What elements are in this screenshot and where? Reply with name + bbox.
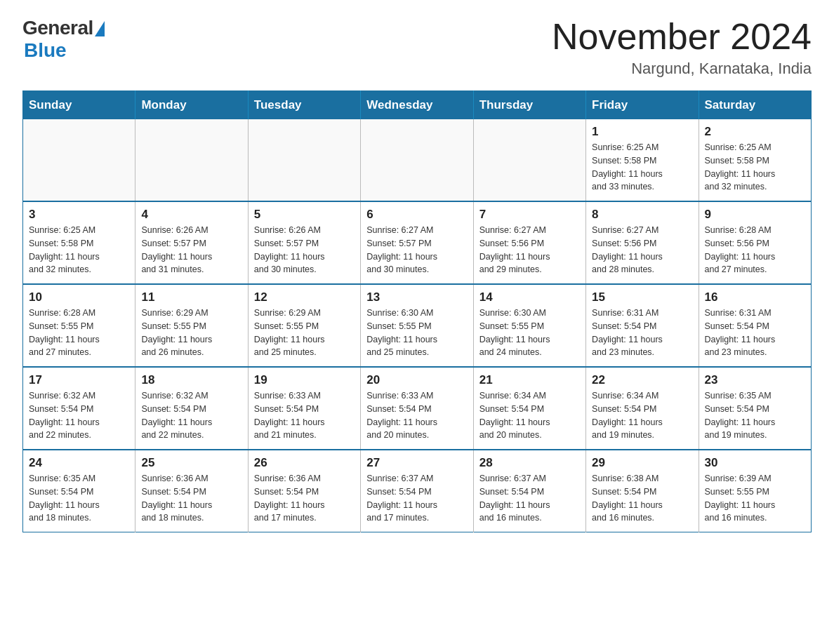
day-info: Sunrise: 6:36 AM Sunset: 5:54 PM Dayligh… bbox=[141, 472, 241, 525]
calendar-cell bbox=[23, 119, 135, 201]
logo: General Blue bbox=[22, 17, 105, 62]
day-info: Sunrise: 6:37 AM Sunset: 5:54 PM Dayligh… bbox=[366, 472, 467, 525]
day-info: Sunrise: 6:37 AM Sunset: 5:54 PM Dayligh… bbox=[479, 472, 580, 525]
day-info: Sunrise: 6:29 AM Sunset: 5:55 PM Dayligh… bbox=[141, 307, 241, 359]
day-info: Sunrise: 6:32 AM Sunset: 5:54 PM Dayligh… bbox=[29, 389, 129, 442]
calendar-cell: 28Sunrise: 6:37 AM Sunset: 5:54 PM Dayli… bbox=[473, 450, 585, 532]
header-saturday: Saturday bbox=[699, 91, 811, 120]
day-number: 16 bbox=[705, 290, 805, 304]
calendar-week-row: 3Sunrise: 6:25 AM Sunset: 5:58 PM Daylig… bbox=[23, 201, 812, 284]
header-thursday: Thursday bbox=[473, 91, 585, 120]
calendar-cell: 24Sunrise: 6:35 AM Sunset: 5:54 PM Dayli… bbox=[23, 450, 135, 532]
day-info: Sunrise: 6:34 AM Sunset: 5:54 PM Dayligh… bbox=[592, 389, 692, 442]
calendar-cell: 29Sunrise: 6:38 AM Sunset: 5:54 PM Dayli… bbox=[586, 450, 699, 532]
day-number: 2 bbox=[705, 125, 805, 139]
day-info: Sunrise: 6:31 AM Sunset: 5:54 PM Dayligh… bbox=[705, 307, 805, 359]
calendar-cell: 3Sunrise: 6:25 AM Sunset: 5:58 PM Daylig… bbox=[23, 201, 135, 284]
calendar-cell: 30Sunrise: 6:39 AM Sunset: 5:55 PM Dayli… bbox=[699, 450, 811, 532]
calendar-week-row: 10Sunrise: 6:28 AM Sunset: 5:55 PM Dayli… bbox=[23, 284, 812, 367]
calendar-title: November 2024 bbox=[552, 17, 812, 57]
day-number: 21 bbox=[479, 373, 580, 387]
calendar-cell: 14Sunrise: 6:30 AM Sunset: 5:55 PM Dayli… bbox=[473, 284, 585, 367]
calendar-cell bbox=[361, 119, 473, 201]
day-number: 5 bbox=[254, 208, 355, 222]
calendar-subtitle: Nargund, Karnataka, India bbox=[552, 60, 812, 78]
day-number: 1 bbox=[592, 125, 692, 139]
calendar-cell: 26Sunrise: 6:36 AM Sunset: 5:54 PM Dayli… bbox=[248, 450, 360, 532]
header-sunday: Sunday bbox=[23, 91, 135, 120]
day-number: 6 bbox=[366, 208, 467, 222]
calendar-week-row: 24Sunrise: 6:35 AM Sunset: 5:54 PM Dayli… bbox=[23, 450, 812, 532]
day-info: Sunrise: 6:33 AM Sunset: 5:54 PM Dayligh… bbox=[366, 389, 467, 442]
day-number: 10 bbox=[29, 290, 129, 304]
day-info: Sunrise: 6:30 AM Sunset: 5:55 PM Dayligh… bbox=[479, 307, 580, 359]
day-number: 4 bbox=[141, 208, 241, 222]
day-number: 24 bbox=[29, 456, 129, 470]
calendar-cell: 22Sunrise: 6:34 AM Sunset: 5:54 PM Dayli… bbox=[586, 367, 699, 450]
day-number: 29 bbox=[592, 456, 692, 470]
calendar-cell: 15Sunrise: 6:31 AM Sunset: 5:54 PM Dayli… bbox=[586, 284, 699, 367]
calendar-cell: 27Sunrise: 6:37 AM Sunset: 5:54 PM Dayli… bbox=[361, 450, 473, 532]
day-number: 7 bbox=[479, 208, 580, 222]
calendar-cell bbox=[248, 119, 360, 201]
calendar-cell: 2Sunrise: 6:25 AM Sunset: 5:58 PM Daylig… bbox=[699, 119, 811, 201]
calendar-cell: 11Sunrise: 6:29 AM Sunset: 5:55 PM Dayli… bbox=[135, 284, 248, 367]
day-number: 18 bbox=[141, 373, 241, 387]
calendar-cell: 4Sunrise: 6:26 AM Sunset: 5:57 PM Daylig… bbox=[135, 201, 248, 284]
calendar-cell: 12Sunrise: 6:29 AM Sunset: 5:55 PM Dayli… bbox=[248, 284, 360, 367]
day-number: 25 bbox=[141, 456, 241, 470]
calendar-cell: 20Sunrise: 6:33 AM Sunset: 5:54 PM Dayli… bbox=[361, 367, 473, 450]
calendar-cell: 19Sunrise: 6:33 AM Sunset: 5:54 PM Dayli… bbox=[248, 367, 360, 450]
day-number: 12 bbox=[254, 290, 355, 304]
calendar-cell: 18Sunrise: 6:32 AM Sunset: 5:54 PM Dayli… bbox=[135, 367, 248, 450]
calendar-week-row: 1Sunrise: 6:25 AM Sunset: 5:58 PM Daylig… bbox=[23, 119, 812, 201]
day-info: Sunrise: 6:28 AM Sunset: 5:56 PM Dayligh… bbox=[705, 224, 805, 276]
calendar-cell bbox=[473, 119, 585, 201]
day-info: Sunrise: 6:30 AM Sunset: 5:55 PM Dayligh… bbox=[366, 307, 467, 359]
day-info: Sunrise: 6:26 AM Sunset: 5:57 PM Dayligh… bbox=[141, 224, 241, 276]
calendar-cell: 17Sunrise: 6:32 AM Sunset: 5:54 PM Dayli… bbox=[23, 367, 135, 450]
title-block: November 2024 Nargund, Karnataka, India bbox=[552, 17, 812, 78]
day-number: 14 bbox=[479, 290, 580, 304]
calendar-cell: 10Sunrise: 6:28 AM Sunset: 5:55 PM Dayli… bbox=[23, 284, 135, 367]
day-info: Sunrise: 6:29 AM Sunset: 5:55 PM Dayligh… bbox=[254, 307, 355, 359]
day-info: Sunrise: 6:26 AM Sunset: 5:57 PM Dayligh… bbox=[254, 224, 355, 276]
calendar-cell: 21Sunrise: 6:34 AM Sunset: 5:54 PM Dayli… bbox=[473, 367, 585, 450]
calendar-cell: 6Sunrise: 6:27 AM Sunset: 5:57 PM Daylig… bbox=[361, 201, 473, 284]
header-wednesday: Wednesday bbox=[361, 91, 473, 120]
day-info: Sunrise: 6:34 AM Sunset: 5:54 PM Dayligh… bbox=[479, 389, 580, 442]
day-number: 28 bbox=[479, 456, 580, 470]
day-info: Sunrise: 6:28 AM Sunset: 5:55 PM Dayligh… bbox=[29, 307, 129, 359]
logo-text-general: General bbox=[22, 17, 93, 39]
day-number: 27 bbox=[366, 456, 467, 470]
day-info: Sunrise: 6:33 AM Sunset: 5:54 PM Dayligh… bbox=[254, 389, 355, 442]
day-number: 11 bbox=[141, 290, 241, 304]
day-info: Sunrise: 6:39 AM Sunset: 5:55 PM Dayligh… bbox=[705, 472, 805, 525]
day-number: 26 bbox=[254, 456, 355, 470]
header-friday: Friday bbox=[586, 91, 699, 120]
calendar-cell: 8Sunrise: 6:27 AM Sunset: 5:56 PM Daylig… bbox=[586, 201, 699, 284]
day-info: Sunrise: 6:31 AM Sunset: 5:54 PM Dayligh… bbox=[592, 307, 692, 359]
day-number: 20 bbox=[366, 373, 467, 387]
day-info: Sunrise: 6:35 AM Sunset: 5:54 PM Dayligh… bbox=[705, 389, 805, 442]
calendar-cell: 9Sunrise: 6:28 AM Sunset: 5:56 PM Daylig… bbox=[699, 201, 811, 284]
day-info: Sunrise: 6:25 AM Sunset: 5:58 PM Dayligh… bbox=[705, 141, 805, 194]
logo-text-blue: Blue bbox=[24, 39, 67, 62]
day-number: 3 bbox=[29, 208, 129, 222]
day-info: Sunrise: 6:27 AM Sunset: 5:56 PM Dayligh… bbox=[479, 224, 580, 276]
calendar-week-row: 17Sunrise: 6:32 AM Sunset: 5:54 PM Dayli… bbox=[23, 367, 812, 450]
day-info: Sunrise: 6:27 AM Sunset: 5:57 PM Dayligh… bbox=[366, 224, 467, 276]
day-info: Sunrise: 6:35 AM Sunset: 5:54 PM Dayligh… bbox=[29, 472, 129, 525]
header-tuesday: Tuesday bbox=[248, 91, 360, 120]
calendar-cell: 23Sunrise: 6:35 AM Sunset: 5:54 PM Dayli… bbox=[699, 367, 811, 450]
day-number: 8 bbox=[592, 208, 692, 222]
day-number: 9 bbox=[705, 208, 805, 222]
calendar-cell: 13Sunrise: 6:30 AM Sunset: 5:55 PM Dayli… bbox=[361, 284, 473, 367]
day-number: 23 bbox=[705, 373, 805, 387]
day-info: Sunrise: 6:27 AM Sunset: 5:56 PM Dayligh… bbox=[592, 224, 692, 276]
calendar-table: SundayMondayTuesdayWednesdayThursdayFrid… bbox=[22, 90, 812, 532]
calendar-cell: 5Sunrise: 6:26 AM Sunset: 5:57 PM Daylig… bbox=[248, 201, 360, 284]
calendar-cell: 1Sunrise: 6:25 AM Sunset: 5:58 PM Daylig… bbox=[586, 119, 699, 201]
calendar-header-row: SundayMondayTuesdayWednesdayThursdayFrid… bbox=[23, 91, 812, 120]
header-monday: Monday bbox=[135, 91, 248, 120]
